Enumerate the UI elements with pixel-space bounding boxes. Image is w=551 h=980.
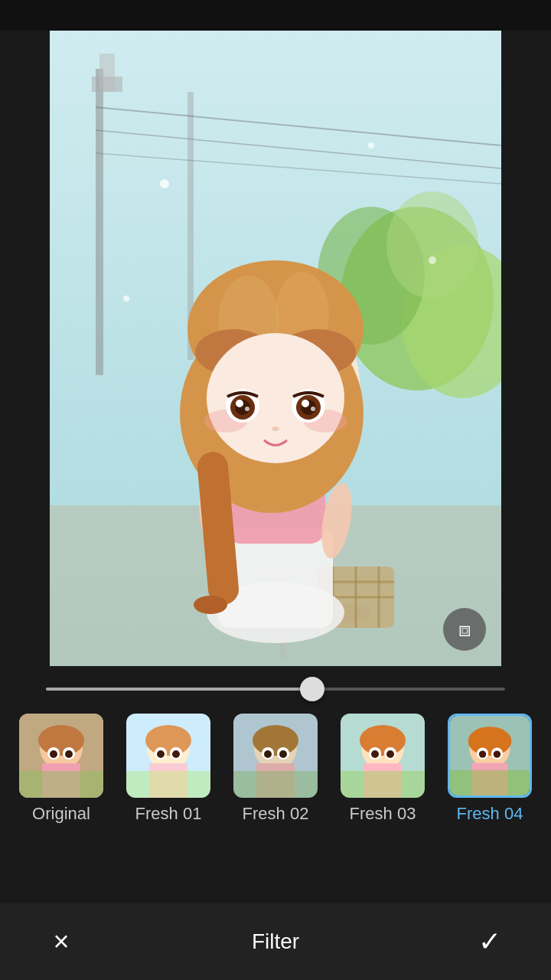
svg-point-63: [65, 750, 73, 758]
svg-point-81: [279, 750, 287, 758]
svg-point-53: [368, 142, 374, 149]
svg-point-58: [38, 725, 84, 756]
filter-label-fresh03: Fresh 03: [350, 804, 416, 824]
svg-rect-64: [19, 771, 103, 798]
main-image: [50, 31, 501, 666]
svg-point-31: [194, 596, 227, 614]
confirm-button[interactable]: ✓: [467, 919, 513, 965]
svg-point-44: [236, 400, 243, 407]
filter-thumb-inner-fresh04: [450, 716, 530, 795]
intensity-slider-container: [0, 666, 551, 706]
svg-rect-6: [96, 69, 103, 375]
svg-point-54: [429, 256, 436, 264]
filter-item-fresh02[interactable]: Fresh 02: [233, 714, 318, 824]
filter-label-fresh01: Fresh 01: [135, 804, 202, 824]
svg-point-67: [145, 725, 191, 756]
svg-point-51: [272, 426, 279, 431]
svg-rect-82: [233, 771, 318, 798]
svg-point-76: [253, 725, 298, 756]
svg-point-98: [479, 750, 486, 757]
svg-point-5: [386, 191, 478, 299]
filter-label-fresh04: Fresh 04: [457, 804, 523, 824]
svg-point-38: [207, 333, 344, 463]
filter-row: Original Fresh 01: [0, 706, 551, 831]
cancel-button[interactable]: ×: [38, 919, 84, 965]
svg-point-71: [157, 750, 165, 758]
slider-track[interactable]: [46, 688, 505, 691]
confirm-icon: ✓: [478, 926, 501, 958]
svg-point-52: [160, 179, 169, 188]
filter-label-original: Original: [32, 804, 90, 824]
svg-point-62: [50, 750, 57, 758]
main-image-container: ⧈: [50, 31, 501, 666]
slider-thumb[interactable]: [300, 677, 324, 701]
filter-thumb-fresh01: [126, 714, 210, 798]
svg-point-45: [245, 407, 249, 411]
compare-button[interactable]: ⧈: [443, 608, 486, 651]
filter-item-fresh03[interactable]: Fresh 03: [341, 714, 425, 824]
top-bar: [0, 0, 551, 31]
filter-item-fresh04[interactable]: Fresh 04: [448, 714, 532, 824]
svg-point-94: [468, 727, 512, 756]
slider-fill: [46, 688, 312, 691]
filter-item-original[interactable]: Original: [19, 714, 103, 824]
svg-rect-73: [126, 771, 210, 798]
filter-thumb-inner-fresh03: [341, 714, 425, 798]
filter-thumb-fresh02: [233, 714, 318, 798]
svg-point-80: [264, 750, 272, 758]
filter-thumb-inner-fresh02: [233, 714, 318, 798]
filter-thumb-original: [19, 714, 103, 798]
filter-thumb-inner-original: [19, 714, 103, 798]
filter-thumb-inner-fresh01: [126, 714, 210, 798]
bottom-bar: × Filter ✓: [0, 903, 551, 980]
svg-point-49: [302, 400, 309, 407]
filter-title: Filter: [252, 929, 299, 954]
filter-thumb-fresh04: [448, 714, 532, 798]
svg-rect-12: [99, 54, 115, 92]
filter-item-fresh01[interactable]: Fresh 01: [126, 714, 210, 824]
cancel-icon: ×: [53, 926, 69, 958]
compare-icon: ⧈: [458, 618, 471, 642]
svg-point-72: [172, 750, 180, 758]
svg-point-55: [123, 296, 129, 302]
svg-rect-100: [450, 770, 530, 795]
svg-point-90: [386, 750, 394, 758]
svg-rect-91: [341, 771, 425, 798]
filter-thumb-fresh03: [341, 714, 425, 798]
svg-point-85: [360, 725, 406, 756]
svg-point-99: [494, 750, 500, 757]
svg-point-50: [311, 407, 315, 411]
filter-label-fresh02: Fresh 02: [243, 804, 309, 824]
svg-point-89: [371, 750, 379, 758]
